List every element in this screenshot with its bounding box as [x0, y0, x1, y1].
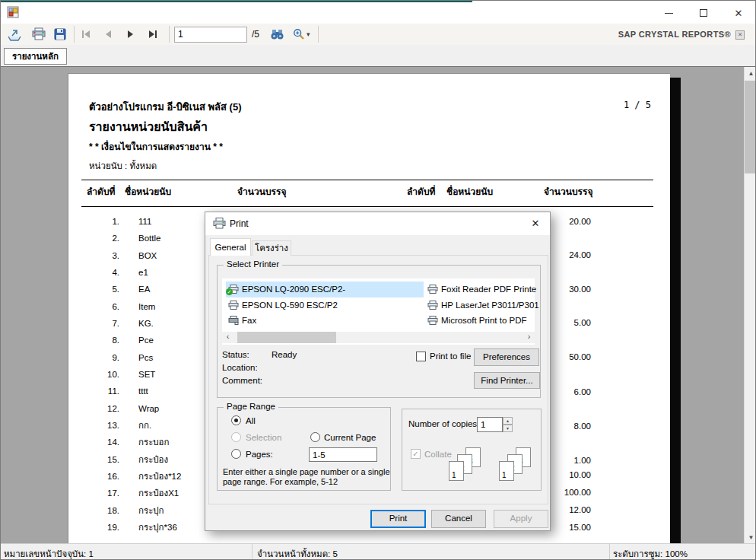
column-header-seq: ลำดับที่ [87, 184, 115, 199]
zoom-icon [293, 28, 305, 40]
first-page-icon [81, 30, 91, 39]
page-number-input[interactable] [174, 27, 247, 43]
row-number: 16. [68, 468, 119, 485]
printer-item[interactable]: Microsoft Print to PDF [425, 313, 533, 329]
tab-layout[interactable]: โครงร่าง [252, 240, 291, 256]
zoom-dropdown-caret[interactable]: ▾ [307, 30, 310, 38]
status-total-pages: จำนวนหน้าทั้งหมด: 5 [257, 547, 338, 560]
printer-icon [427, 301, 438, 310]
print-button[interactable] [31, 27, 46, 41]
cancel-button[interactable]: Cancel [431, 510, 486, 528]
collate-illustration: 3 2 1 [449, 447, 488, 487]
row-unit-name: e1 [138, 264, 148, 281]
page-range-pages-radio[interactable] [231, 449, 241, 459]
row-number: 19. [68, 519, 119, 536]
find-printer-button[interactable]: Find Printer... [474, 372, 540, 389]
viewer-vertical-scrollbar[interactable]: ▲ ▼ [744, 67, 756, 543]
fax-icon [228, 316, 239, 325]
row-unit-name: EA [138, 281, 150, 298]
pages-range-input[interactable] [309, 447, 377, 462]
row-qty-value: 100.00 [564, 486, 591, 498]
row-number: 15. [68, 451, 119, 468]
printer-list-hscrollbar[interactable]: ‹ › [222, 332, 535, 343]
number-of-copies-label: Number of copies: [408, 419, 479, 428]
save-button[interactable] [54, 28, 66, 40]
print-dialog-title: Print [230, 218, 249, 229]
printer-item[interactable]: EPSON LQ-590 ESC/P2 [226, 298, 424, 313]
row-unit-name: กระปุก*36 [138, 519, 177, 536]
page-range-selection-label: Selection [246, 433, 281, 442]
row-unit-name: SET [138, 366, 155, 383]
row-number: 3. [68, 247, 119, 264]
page-range-current-radio[interactable] [310, 432, 320, 442]
scroll-down-icon[interactable]: ▼ [745, 531, 756, 543]
row-number: 13. [68, 417, 119, 434]
print-to-file-label: Print to file [430, 352, 471, 361]
row-number: 1. [68, 213, 119, 230]
printer-item[interactable]: Foxit Reader PDF Printe [425, 282, 533, 298]
row-qty-value: 6.00 [574, 386, 591, 398]
minimize-button[interactable] [651, 2, 686, 24]
previous-page-button[interactable] [103, 30, 113, 39]
last-page-icon [148, 30, 158, 39]
page-range-all-radio[interactable] [231, 415, 241, 425]
print-to-file-checkbox[interactable] [416, 352, 426, 361]
print-dialog-titlebar: Print ✕ [205, 212, 550, 235]
row-number: 9. [68, 349, 119, 366]
report-conditions-header: * * เงื่อนไขในการแสดงรายงาน * * [89, 139, 223, 154]
table-rule-bottom [81, 206, 653, 207]
last-page-button[interactable] [148, 30, 158, 39]
spinner-down-icon[interactable]: ▼ [503, 425, 513, 432]
export-icon [7, 27, 22, 42]
row-number: 4. [68, 264, 119, 281]
zoom-button[interactable] [293, 28, 305, 40]
print-dialog-close-icon[interactable]: ✕ [527, 216, 544, 231]
printer-name: EPSON LQ-2090 ESC/P2- [242, 285, 345, 294]
printer-item-selected[interactable]: ✓ EPSON LQ-2090 ESC/P2- [226, 282, 424, 298]
collate-illustration: 3 2 1 [499, 447, 538, 487]
row-number: 14. [68, 434, 119, 450]
printer-icon: ✓ [228, 285, 239, 294]
maximize-icon [700, 9, 707, 17]
scrollbar-thumb[interactable] [237, 332, 336, 343]
column-header-name: ชื่อหน่วยนับ [446, 184, 493, 199]
row-unit-name: กระป๋อง*12 [138, 468, 181, 485]
printer-name: EPSON LQ-590 ESC/P2 [242, 301, 338, 310]
print-button[interactable]: Print [370, 510, 426, 528]
close-button[interactable]: ✕ [721, 2, 756, 24]
row-unit-name: 111 [138, 213, 151, 230]
app-form-icon [7, 6, 19, 21]
tab-main-report[interactable]: รายงานหลัก [4, 48, 67, 65]
spinner-up-icon[interactable]: ▲ [503, 417, 513, 425]
page-range-all-label: All [246, 416, 256, 425]
scroll-right-icon[interactable]: › [523, 332, 535, 343]
row-number: 11. [68, 383, 119, 399]
printer-list: ✓ EPSON LQ-2090 ESC/P2- EPSON LQ-590 ESC… [222, 278, 535, 345]
logo-close-icon[interactable]: ✕ [735, 30, 745, 40]
export-button[interactable] [7, 27, 22, 42]
copies-input[interactable] [477, 417, 503, 432]
next-page-button[interactable] [126, 30, 135, 39]
preferences-button[interactable]: Preferences [474, 348, 539, 366]
collate-label: Collate [424, 450, 452, 459]
column-header-seq: ลำดับที่ [407, 184, 435, 199]
row-unit-name: Pcs [138, 349, 153, 366]
first-page-button[interactable] [81, 30, 91, 39]
page-range-hint-line2: page range. For example, 5-12 [223, 477, 338, 486]
tab-general[interactable]: General [210, 238, 251, 256]
statusbar-divider [252, 544, 253, 560]
printer-item[interactable]: Fax [226, 313, 424, 329]
copies-spinner[interactable]: ▲ ▼ [503, 417, 513, 432]
scrollbar-thumb[interactable] [745, 81, 756, 173]
report-filter-line: หน่วยนับ : ทั้งหมด [89, 159, 157, 173]
page-drop-shadow [670, 78, 681, 543]
report-tabstrip: รายงานหลัก [1, 45, 755, 66]
printer-icon [213, 218, 226, 231]
scroll-up-icon[interactable]: ▲ [745, 67, 756, 80]
row-number: 2. [68, 230, 119, 247]
find-button[interactable] [270, 29, 284, 40]
printer-item[interactable]: HP LaserJet P3011/P301 [425, 298, 533, 313]
page-range-selection-radio [231, 432, 241, 442]
maximize-button[interactable] [686, 2, 721, 24]
scroll-left-icon[interactable]: ‹ [222, 332, 233, 343]
